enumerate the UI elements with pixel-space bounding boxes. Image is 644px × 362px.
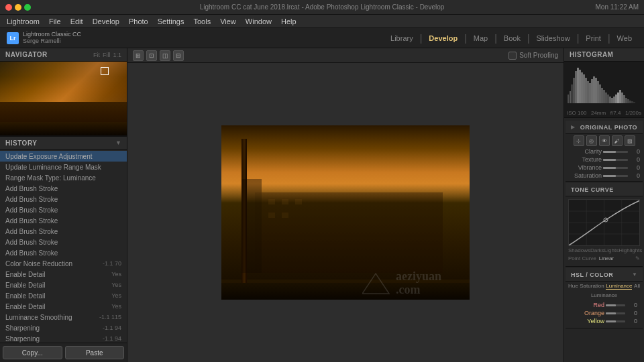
right-panel: Histogram — [564, 48, 644, 362]
hsl-orange-slider[interactable] — [606, 312, 625, 314]
svg-rect-42 — [631, 101, 633, 103]
zoom-fit[interactable]: Fit — [93, 52, 100, 58]
history-item[interactable]: Update Luminance Range Mask — [0, 162, 127, 172]
soft-proofing-checkbox[interactable] — [508, 52, 517, 60]
clarity-slider[interactable] — [603, 151, 628, 153]
svg-rect-3 — [282, 199, 288, 204]
toolbar-btn-survey[interactable]: ⊟ — [173, 50, 184, 61]
module-slideshow[interactable]: Slideshow — [531, 33, 576, 44]
menu-develop[interactable]: Develop — [89, 15, 123, 28]
history-item[interactable]: Enable Detail Yes — [0, 290, 127, 301]
svg-rect-24 — [595, 78, 597, 103]
history-item[interactable]: Sharpening -1.1 94 — [0, 333, 127, 343]
history-item[interactable]: Enable Detail Yes — [0, 301, 127, 312]
module-develop[interactable]: Develop — [423, 33, 463, 44]
hsl-tab-all[interactable]: All — [634, 283, 640, 290]
history-title: History — [5, 139, 37, 147]
zoom-fill[interactable]: Fill — [103, 52, 111, 58]
close-button[interactable] — [5, 4, 12, 11]
hsl-yellow-slider[interactable] — [606, 320, 625, 322]
soft-proofing-toggle[interactable]: Soft Proofing — [508, 52, 558, 60]
vibrance-value: 0 — [629, 164, 640, 171]
svg-rect-11 — [569, 91, 571, 103]
maximize-button[interactable] — [24, 4, 31, 11]
clarity-label: Clarity — [568, 148, 602, 155]
history-item[interactable]: Enable Detail Yes — [0, 280, 127, 290]
menu-help[interactable]: Help — [277, 15, 301, 28]
history-item[interactable]: Add Brush Stroke — [0, 226, 127, 237]
nav-water — [0, 122, 127, 135]
minimize-button[interactable] — [15, 4, 21, 11]
brush-tool[interactable]: 🖌 — [612, 135, 623, 146]
hsl-header[interactable]: HSL / Color ▼ — [566, 268, 643, 282]
tone-curve-region-shadows: Shadows — [568, 247, 590, 253]
menu-settings[interactable]: Settings — [154, 15, 189, 28]
vibrance-slider[interactable] — [603, 167, 628, 169]
menu-edit[interactable]: Edit — [66, 15, 87, 28]
history-list[interactable]: Update Exposure Adjustment Update Lumina… — [0, 149, 127, 343]
svg-rect-22 — [591, 79, 593, 103]
hsl-section: HSL / Color ▼ Hue Saturation Luminance A… — [566, 267, 643, 328]
zoom-1to1[interactable]: 1:1 — [113, 52, 121, 58]
menu-window[interactable]: Window — [241, 15, 276, 28]
history-item[interactable]: Color Noise Reduction -1.1 70 — [0, 258, 127, 269]
history-item[interactable]: Range Mask Type: Luminance — [0, 172, 127, 183]
svg-rect-20 — [587, 81, 589, 103]
navigator-header[interactable]: Navigator Fit Fill 1:1 — [0, 48, 127, 62]
toolbar-btn-grid[interactable]: ⊞ — [133, 50, 144, 61]
history-item[interactable]: Enable Detail Yes — [0, 269, 127, 280]
hsl-orange-row: Orange 0 — [568, 309, 640, 317]
hsl-tab-hue[interactable]: Hue — [568, 283, 578, 290]
svg-rect-38 — [623, 95, 625, 103]
tone-curve-header[interactable]: Tone Curve — [566, 183, 643, 196]
svg-rect-23 — [593, 76, 595, 103]
history-item[interactable]: Update Exposure Adjustment — [0, 151, 127, 162]
photo-details-svg — [221, 125, 470, 300]
toolbar-btn-loop[interactable]: ⊡ — [146, 50, 157, 61]
module-print[interactable]: Print — [580, 33, 606, 44]
toolbar-btn-compare[interactable]: ◫ — [160, 50, 170, 61]
menu-photo[interactable]: Photo — [125, 15, 152, 28]
history-item[interactable]: Add Brush Stroke — [0, 183, 127, 194]
saturation-slider[interactable] — [603, 175, 628, 177]
history-item[interactable]: Add Brush Stroke — [0, 247, 127, 258]
redeye-tool[interactable]: 👁 — [599, 135, 610, 146]
tone-curve-section: Tone Curve — [566, 182, 643, 267]
texture-slider[interactable] — [603, 159, 628, 161]
grad-tool[interactable]: ▧ — [625, 135, 635, 146]
navigator-zoom-controls: Fit Fill 1:1 — [93, 52, 121, 58]
history-item[interactable]: Add Brush Stroke — [0, 204, 127, 215]
hsl-collapse-icon: ▼ — [632, 272, 637, 278]
svg-rect-13 — [573, 78, 575, 103]
menu-tools[interactable]: Tools — [189, 15, 215, 28]
hsl-red-slider[interactable] — [606, 304, 625, 306]
paste-button[interactable]: Paste — [65, 346, 125, 359]
svg-rect-33 — [613, 97, 615, 103]
hsl-tab-saturation[interactable]: Saturation — [580, 283, 604, 290]
right-controls[interactable]: ▶ Original Photo ⊹ ◎ 👁 🖌 ▧ Clarity 0 Tex… — [564, 118, 644, 362]
module-book[interactable]: Book — [498, 33, 526, 44]
history-item[interactable]: Sharpening -1.1 94 — [0, 322, 127, 333]
tone-curve-edit-icon[interactable]: ✎ — [635, 255, 640, 261]
history-item[interactable]: Add Brush Stroke — [0, 215, 127, 226]
menu-file[interactable]: File — [45, 15, 65, 28]
copy-button[interactable]: Copy... — [3, 346, 62, 359]
basic-panel-header[interactable]: ▶ Original Photo — [566, 121, 643, 134]
module-web[interactable]: Web — [612, 33, 637, 44]
menu-lightroom[interactable]: Lightroom — [3, 15, 44, 28]
crop-tool[interactable]: ⊹ — [574, 135, 584, 146]
module-map[interactable]: Map — [468, 33, 493, 44]
history-item[interactable]: Luminance Smoothing -1.1 115 — [0, 312, 127, 322]
svg-rect-25 — [597, 81, 599, 103]
top-bar: Lr Lightroom Classic CC Serge Ramelli Li… — [0, 28, 644, 48]
menu-view[interactable]: View — [216, 15, 240, 28]
spot-tool[interactable]: ◎ — [586, 135, 597, 146]
hsl-tab-luminance[interactable]: Luminance — [606, 283, 632, 290]
module-library[interactable]: Library — [385, 33, 419, 44]
histogram-header[interactable]: Histogram — [564, 48, 644, 62]
svg-rect-32 — [611, 98, 613, 103]
history-header[interactable]: History ▼ — [0, 136, 127, 149]
history-item[interactable]: Add Brush Stroke — [0, 194, 127, 204]
history-item[interactable]: Add Brush Stroke — [0, 237, 127, 247]
tone-curve-canvas — [568, 199, 640, 246]
